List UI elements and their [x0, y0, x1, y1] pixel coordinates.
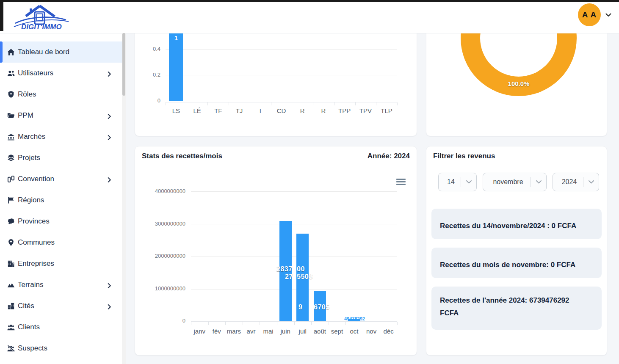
- bank-icon: [7, 133, 15, 141]
- sidebar-item-r-gions[interactable]: Régions: [0, 190, 122, 211]
- types-chart-card: 0.40.20LSLÉTFTJICDRRTPPTPVTLP1: [135, 33, 417, 136]
- donut-percentage-label: 100.0%: [461, 80, 577, 87]
- revenue-summary-text: Recettes du mois de novembre: 0 FCFA: [440, 259, 593, 271]
- x-axis-tick: [271, 102, 271, 105]
- clients-icon: [7, 323, 15, 331]
- month-label: juil: [294, 328, 312, 335]
- select-value: novembre: [483, 178, 531, 186]
- y-axis-tick-label: 0.2: [138, 72, 160, 78]
- chevron-down-icon: [583, 180, 599, 184]
- users-icon: [7, 69, 15, 77]
- revenue-filter-card: Filtrer les revenus 14novembre2024Recett…: [426, 146, 607, 356]
- sidebar-item-label: Rôles: [18, 84, 36, 105]
- select-value: 2024: [553, 178, 583, 186]
- flag-icon: [7, 196, 15, 204]
- x-axis-tick: [187, 102, 187, 105]
- avatar[interactable]: A A: [578, 3, 601, 26]
- filter-title: Filtrer les revenus: [433, 152, 495, 160]
- x-axis-tick: [191, 322, 191, 325]
- mountains-icon: [7, 281, 15, 289]
- donut-chart: 100.0%: [461, 33, 577, 96]
- gridline: [191, 224, 397, 224]
- chart-menu-icon[interactable]: [396, 179, 406, 185]
- window-corner: [0, 0, 3, 31]
- month-label: avr: [243, 328, 260, 335]
- x-axis-tick: [166, 102, 166, 105]
- sidebar-item-provinces[interactable]: Provinces: [0, 211, 122, 232]
- year-label: Année: 2024: [368, 152, 410, 160]
- x-axis-tick: [250, 102, 250, 105]
- divider: [135, 167, 417, 167]
- month-label: nov: [363, 328, 380, 335]
- x-axis-tick: [313, 102, 313, 105]
- category-label: I: [250, 107, 271, 114]
- month-label: oct: [345, 328, 363, 335]
- x-axis-tick: [397, 102, 398, 105]
- month-label: déc: [380, 328, 397, 335]
- sidebar-item-label: Terrains: [18, 274, 43, 295]
- y-axis-tick-label: 1000000000: [139, 285, 185, 292]
- sidebar-item-r-les[interactable]: Rôles: [0, 84, 122, 105]
- city-icon: [7, 302, 15, 310]
- sidebar-item-label: Entreprises: [18, 253, 54, 274]
- monthly-revenue-card: Stats des recettes/mois Année: 2024 4000…: [135, 146, 417, 356]
- sidebar-item-label: Suspects: [18, 338, 47, 359]
- gridline: [191, 191, 397, 192]
- chevron-right-icon: [107, 303, 112, 311]
- x-axis-tick: [260, 322, 260, 325]
- x-axis-tick: [292, 102, 292, 105]
- sidebar-item-suspects[interactable]: Suspects: [0, 338, 122, 359]
- revenue-summary-card: Recettes du 14/novembre/2024 : 0 FCFA: [431, 209, 602, 239]
- x-axis-tick: [334, 102, 334, 105]
- sidebar-item-communes[interactable]: Communes: [0, 232, 122, 253]
- sidebar-item-projets[interactable]: Projets: [0, 147, 122, 168]
- x-axis-tick: [229, 102, 229, 105]
- building-icon: [7, 260, 15, 267]
- month-label: janv: [191, 328, 208, 335]
- category-label: LÉ: [187, 107, 208, 114]
- month-label: mars: [225, 328, 243, 335]
- category-label: R: [292, 107, 313, 114]
- filter-select-month[interactable]: novembre: [483, 173, 547, 191]
- category-label: TJ: [229, 107, 250, 114]
- sidebar-item-cit-s[interactable]: Cités: [0, 295, 122, 317]
- x-axis-line: [166, 102, 397, 102]
- sidebar-item-convention[interactable]: Convention: [0, 168, 122, 190]
- sidebar-item-tableau-de-bord[interactable]: Tableau de bord: [0, 41, 122, 63]
- x-axis-tick: [207, 102, 208, 105]
- digitimmo-logo: DIGIT'IMMO: [13, 5, 72, 32]
- chevron-down-icon[interactable]: [605, 13, 611, 17]
- folder-icon: [7, 112, 15, 119]
- sidebar-item-terrains[interactable]: Terrains: [0, 274, 122, 295]
- donut-chart-card: 100.0%: [426, 33, 607, 136]
- gridline: [166, 75, 397, 75]
- category-label: LS: [166, 107, 187, 114]
- sidebar-item-march-s[interactable]: Marchés: [0, 126, 122, 147]
- divider: [426, 167, 607, 167]
- filter-select-day[interactable]: 14: [438, 173, 477, 191]
- filter-select-year[interactable]: 2024: [553, 173, 599, 191]
- sidebar-item-label: Utilisateurs: [18, 63, 53, 84]
- month-label: fév: [208, 328, 226, 335]
- bar-value-label-fragment: 2837: [276, 265, 293, 273]
- sidebar-item-entreprises[interactable]: Entreprises: [0, 253, 122, 274]
- x-axis-tick: [345, 322, 346, 325]
- map-icon: [7, 218, 15, 225]
- sidebar-item-label: Clients: [18, 317, 40, 338]
- sidebar: Tableau de bordUtilisateursRôlesPPMMarch…: [0, 33, 126, 364]
- sidebar-scrollbar-thumb[interactable]: [122, 33, 125, 96]
- select-value: 14: [439, 178, 461, 186]
- y-axis-tick-label: 0: [139, 317, 185, 324]
- month-label: mai: [260, 328, 277, 335]
- sidebar-item-ppm[interactable]: PPM: [0, 105, 122, 126]
- layers-icon: [7, 154, 15, 162]
- active-indicator: [0, 41, 3, 63]
- convention-icon: [7, 175, 15, 183]
- sidebar-item-clients[interactable]: Clients: [0, 317, 122, 338]
- sidebar-item-utilisateurs[interactable]: Utilisateurs: [0, 63, 122, 84]
- bar-value-label-fragment: 9: [298, 303, 302, 311]
- chevron-down-icon: [461, 180, 476, 184]
- x-axis-tick: [208, 322, 209, 325]
- gridline: [191, 256, 397, 257]
- y-axis-tick-label: 4000000000: [139, 188, 185, 194]
